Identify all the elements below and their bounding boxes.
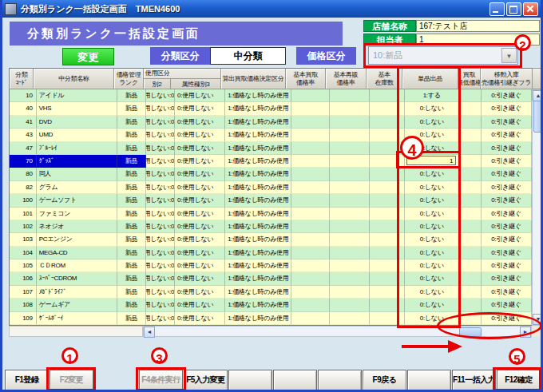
cell-code[interactable]: 102 — [10, 220, 37, 233]
cell-calc[interactable]: 1:価格なし時のみ使用 — [225, 102, 291, 115]
cell-calc[interactable]: 1:価格なし時のみ使用 — [225, 168, 291, 180]
cell-resale_rate[interactable] — [330, 312, 370, 325]
cell-single[interactable]: 0:しない — [405, 247, 459, 259]
cell-transfer[interactable]: 0:引き継ぐ — [482, 89, 532, 102]
cell-resale_rate[interactable] — [330, 272, 370, 285]
table-row[interactable]: 43UMD新品0:使用しない0:使用しない1:価格なし時のみ使用0:しない0:引… — [10, 129, 532, 141]
cell-stock[interactable] — [370, 233, 405, 246]
cell-resale_rate[interactable] — [330, 286, 370, 299]
cell-resale_rate[interactable] — [330, 89, 370, 102]
chevron-down-icon[interactable]: ▼ — [501, 48, 517, 63]
cell-calc[interactable]: 1:価格なし時のみ使用 — [225, 208, 291, 220]
cell-use2[interactable]: 0:使用しない — [146, 168, 176, 180]
cell-name[interactable]: DVD — [37, 116, 117, 129]
cell-use2[interactable]: 0:使用しない — [146, 194, 176, 207]
cell-rank[interactable]: 新品 — [117, 142, 145, 155]
table-row[interactable]: 80同人新品0:使用しない0:使用しない1:価格なし時のみ使用0:しない0:引き… — [10, 168, 532, 180]
table-row[interactable]: 103PCエンジン新品0:使用しない0:使用しない1:価格なし時のみ使用0:しな… — [10, 233, 532, 246]
cell-rank[interactable]: 新品 — [117, 129, 145, 141]
table-row[interactable]: 108ゲームギア新品0:使用しない0:使用しない1:価格なし時のみ使用0:しない… — [10, 299, 532, 311]
cell-attr3[interactable]: 0:使用しない — [175, 155, 225, 168]
cell-stock[interactable] — [370, 168, 405, 180]
cell-calc[interactable]: 1:価格なし時のみ使用 — [225, 129, 291, 141]
cell-min_price[interactable] — [459, 233, 482, 246]
cell-use2[interactable]: 0:使用しない — [146, 220, 176, 233]
cell-attr3[interactable]: 0:使用しない — [175, 116, 225, 129]
cell-use2[interactable]: 0:使用しない — [146, 259, 176, 272]
cell-use2[interactable]: 0:使用しない — [146, 116, 176, 129]
price-type-dropdown[interactable]: 10:新品 ▼ — [368, 46, 518, 65]
fkey-button-f11[interactable]: F11一括入力 — [452, 370, 496, 391]
cell-stock[interactable] — [370, 259, 405, 272]
cell-stock[interactable] — [370, 155, 405, 168]
cell-calc[interactable]: 1:価格なし時のみ使用 — [225, 299, 291, 311]
cell-single[interactable]: 0:しない — [405, 116, 459, 129]
cell-attr3[interactable]: 0:使用しない — [175, 142, 225, 155]
fkey-button-f1[interactable]: F1登録 — [5, 370, 49, 391]
cell-stock[interactable] — [370, 247, 405, 259]
cell-single[interactable]: 0:しない — [405, 259, 459, 272]
cell-buy_rate[interactable] — [291, 312, 331, 325]
cell-rank[interactable]: 新品 — [117, 272, 145, 285]
cell-stock[interactable] — [370, 194, 405, 207]
cell-single[interactable]: 1 — [405, 155, 459, 168]
cell-attr3[interactable]: 0:使用しない — [175, 89, 225, 102]
fkey-button-blank-8[interactable] — [318, 370, 362, 391]
cell-min_price[interactable] — [459, 299, 482, 311]
fkey-button-blank-6[interactable] — [228, 370, 272, 391]
scroll-down-icon[interactable]: ▼ — [533, 314, 543, 325]
cell-use2[interactable]: 0:使用しない — [146, 208, 176, 220]
cell-min_price[interactable] — [459, 247, 482, 259]
cell-rank[interactable]: 新品 — [117, 155, 145, 168]
fkey-button-blank-10[interactable] — [407, 370, 451, 391]
cell-transfer[interactable]: 0:引き継ぐ — [482, 312, 532, 325]
cell-attr3[interactable]: 0:使用しない — [175, 168, 225, 180]
cell-single[interactable]: 1:する — [405, 89, 459, 102]
cell-resale_rate[interactable] — [330, 181, 370, 194]
cell-single[interactable]: 0:しない — [405, 194, 459, 207]
cell-calc[interactable]: 1:価格なし時のみ使用 — [225, 247, 291, 259]
cell-code[interactable]: 109 — [10, 312, 37, 325]
table-row[interactable]: 102ネオジオ新品0:使用しない0:使用しない1:価格なし時のみ使用0:しない0… — [10, 220, 532, 233]
scroll-up-icon[interactable]: ▲ — [533, 90, 543, 101]
cell-transfer[interactable]: 0:引き継ぐ — [482, 299, 532, 311]
cell-resale_rate[interactable] — [330, 116, 370, 129]
cell-stock[interactable] — [370, 299, 405, 311]
single-listing-input[interactable]: 1 — [406, 156, 456, 165]
fkey-button-f4[interactable]: F4条件実行 — [139, 370, 183, 391]
cell-min_price[interactable] — [459, 168, 482, 180]
cell-attr3[interactable]: 0:使用しない — [175, 220, 225, 233]
cell-code[interactable]: 106 — [10, 272, 37, 285]
cell-min_price[interactable] — [459, 102, 482, 115]
cell-transfer[interactable]: 0:引き継ぐ — [482, 155, 532, 168]
cell-transfer[interactable]: 0:引き継ぐ — [482, 259, 532, 272]
cell-transfer[interactable]: 0:引き継ぐ — [482, 286, 532, 299]
cell-min_price[interactable] — [459, 129, 482, 141]
cell-transfer[interactable]: 0:引き継ぐ — [482, 129, 532, 141]
cell-calc[interactable]: 1:価格なし時のみ使用 — [225, 142, 291, 155]
cell-resale_rate[interactable] — [330, 233, 370, 246]
cell-min_price[interactable] — [459, 116, 482, 129]
cell-use2[interactable]: 0:使用しない — [146, 102, 176, 115]
cell-name[interactable]: VHS — [37, 102, 117, 115]
cell-stock[interactable] — [370, 286, 405, 299]
cell-transfer[interactable]: 0:引き継ぐ — [482, 220, 532, 233]
cell-min_price[interactable] — [459, 194, 482, 207]
cell-rank[interactable]: 新品 — [117, 259, 145, 272]
cell-attr3[interactable]: 0:使用しない — [175, 286, 225, 299]
table-row[interactable]: 106ｽｰﾊﾟｰCDROM新品0:使用しない0:使用しない1:価格なし時のみ使用… — [10, 272, 532, 285]
cell-stock[interactable] — [370, 129, 405, 141]
cell-attr3[interactable]: 0:使用しない — [175, 247, 225, 259]
cell-transfer[interactable]: 0:引き継ぐ — [482, 102, 532, 115]
table-row[interactable]: 70ｸﾞｯｽﾞ新品0:使用しない0:使用しない1:価格なし時のみ使用10:引き継… — [10, 155, 532, 168]
cell-name[interactable]: ＣＤROM — [37, 259, 117, 272]
vertical-scroll-thumb[interactable] — [533, 101, 543, 133]
cell-name[interactable]: ファミコン — [37, 208, 117, 220]
cell-calc[interactable]: 1:価格なし時のみ使用 — [225, 272, 291, 285]
cell-code[interactable]: 43 — [10, 129, 37, 141]
cell-code[interactable]: 105 — [10, 259, 37, 272]
horizontal-scrollbar[interactable]: ◄ ► — [143, 326, 532, 337]
cell-code[interactable]: 104 — [10, 247, 37, 259]
cell-use2[interactable]: 0:使用しない — [146, 181, 176, 194]
cell-attr3[interactable]: 0:使用しない — [175, 312, 225, 325]
